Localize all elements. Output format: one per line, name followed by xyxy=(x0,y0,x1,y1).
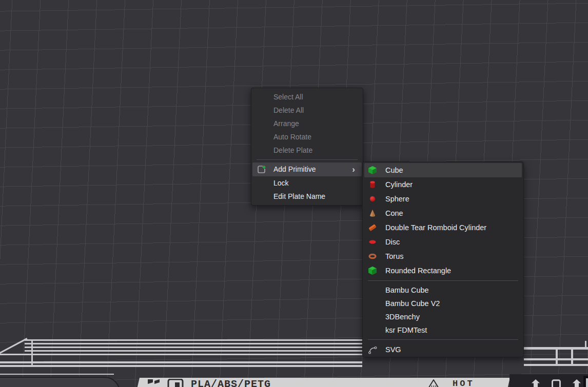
submenu-item-label: Rounded Rectangle xyxy=(385,263,451,278)
submenu-item-label: Cone xyxy=(385,206,403,220)
submenu-arrow-icon: › xyxy=(352,162,355,176)
menu-item-auto-rotate[interactable]: Auto Rotate xyxy=(251,130,363,144)
submenu-item-label: Torus xyxy=(385,249,403,263)
menu-item-edit-plate-name[interactable]: Edit Plate Name xyxy=(251,190,363,203)
submenu-item-label: SVG xyxy=(385,342,401,357)
bambu-logo-icon xyxy=(147,379,162,387)
menu-item-arrange[interactable]: Arrange xyxy=(251,117,363,130)
submenu-item-disc[interactable]: Disc xyxy=(363,235,523,249)
submenu-item-cylinder[interactable]: Cylinder xyxy=(363,177,523,192)
submenu-item-cone[interactable]: Cone xyxy=(363,206,523,220)
menu-item-select-all[interactable]: Select All xyxy=(251,90,363,104)
disc-icon xyxy=(368,237,377,247)
submenu-item-label: Cube xyxy=(385,163,403,177)
cube-icon xyxy=(368,166,377,175)
cone-icon xyxy=(368,209,377,218)
submenu-item-label: Cylinder xyxy=(385,177,413,192)
arrow-up-icon xyxy=(527,379,544,387)
menu-item-delete-all[interactable]: Delete All xyxy=(251,104,363,117)
menu-item-lock[interactable]: Lock xyxy=(251,176,363,190)
square-marker-icon xyxy=(547,379,565,387)
submenu-item-label: Double Tear Romboid Cylinder xyxy=(385,220,486,235)
menu-divider xyxy=(257,159,358,160)
hot-warning-icon xyxy=(427,379,440,387)
submenu-item-bambu-cube-v2[interactable]: Bambu Cube V2 xyxy=(363,297,523,310)
context-menu: Select All Delete All Arrange Auto Rotat… xyxy=(251,88,363,206)
build-plate-front-bar: PLA/ABS/PETG HOT xyxy=(138,378,510,387)
submenu-divider xyxy=(368,280,518,281)
submenu-item-rounded-rectangle[interactable]: Rounded Rectangle xyxy=(363,263,523,278)
plate-corner-light-edge xyxy=(586,378,588,387)
menu-item-delete-plate[interactable]: Delete Plate xyxy=(251,144,363,157)
submenu-item-sphere[interactable]: Sphere xyxy=(363,192,523,206)
romboid-cylinder-icon xyxy=(368,223,377,232)
arrow-up-icon xyxy=(568,379,585,387)
submenu-item-ksr-fdmtest[interactable]: ksr FDMTest xyxy=(363,323,523,337)
submenu-item-svg[interactable]: SVG xyxy=(363,342,523,357)
plate-type-logo-icon xyxy=(167,379,184,387)
submenu-divider xyxy=(368,339,518,340)
plate-surface-label: PLA/ABS/PETG xyxy=(191,378,271,387)
add-primitive-submenu: Cube Cylinder Sphere Cone xyxy=(362,161,524,357)
menu-item-label: Add Primitive xyxy=(273,165,316,173)
submenu-item-cube[interactable]: Cube xyxy=(364,163,522,177)
submenu-item-label: Sphere xyxy=(385,192,409,206)
submenu-item-double-tear-romboid-cylinder[interactable]: Double Tear Romboid Cylinder xyxy=(363,220,523,235)
sphere-icon xyxy=(368,194,377,203)
cylinder-icon xyxy=(368,180,377,189)
torus-icon xyxy=(368,252,377,261)
add-primitive-icon xyxy=(257,165,266,174)
plate-marker-strip xyxy=(509,374,588,387)
plate-hot-label: HOT xyxy=(453,378,475,387)
menu-item-add-primitive[interactable]: Add Primitive › xyxy=(252,162,362,176)
bezier-curve-icon xyxy=(368,345,377,354)
build-plate-corner-tab xyxy=(0,377,120,387)
submenu-item-torus[interactable]: Torus xyxy=(363,249,523,263)
submenu-item-label: Disc xyxy=(385,235,400,249)
rounded-rectangle-icon xyxy=(368,266,377,275)
submenu-item-3dbenchy[interactable]: 3DBenchy xyxy=(363,310,523,323)
submenu-item-bambu-cube[interactable]: Bambu Cube xyxy=(363,283,523,297)
